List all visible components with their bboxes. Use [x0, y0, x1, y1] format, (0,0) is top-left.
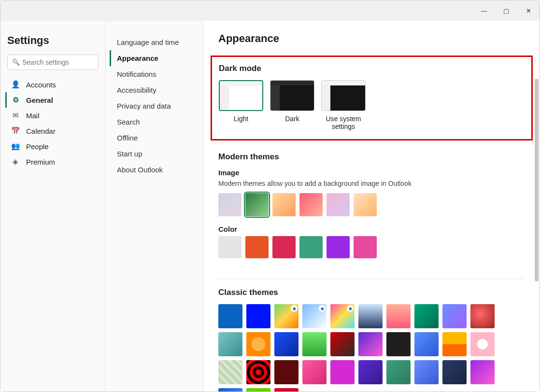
classic-theme-tile[interactable] [358, 360, 383, 384]
classic-theme-tile[interactable] [414, 332, 439, 356]
sidebar-item-label: Calendar [26, 127, 56, 135]
classic-theme-tile[interactable] [358, 332, 383, 356]
secondary-sidebar: Language and timeAppearanceNotifications… [106, 21, 203, 392]
classic-themes-grid: ★★★ [218, 304, 518, 392]
classic-theme-tile[interactable] [246, 332, 270, 356]
secondary-nav: Language and timeAppearanceNotifications… [110, 34, 199, 178]
classic-theme-tile[interactable] [358, 304, 383, 328]
subnav-item-search[interactable]: Search [110, 114, 199, 130]
divider [218, 279, 525, 279]
mode-label: Light [219, 115, 263, 123]
sidebar-item-mail[interactable]: ✉Mail [5, 108, 100, 123]
mode-label: Dark [270, 115, 314, 123]
sidebar-item-calendar[interactable]: 📅Calendar [5, 123, 100, 139]
subnav-item-accessibility[interactable]: Accessibility [110, 82, 199, 98]
mail-icon: ✉ [11, 111, 20, 120]
classic-theme-tile[interactable] [246, 304, 270, 328]
classic-theme-tile[interactable] [470, 332, 495, 356]
mode-preview [321, 80, 366, 111]
classic-theme-tile[interactable] [246, 388, 270, 392]
classic-theme-tile[interactable] [330, 332, 355, 356]
general-icon: ⚙ [11, 96, 20, 104]
dark-mode-option-dark[interactable]: Dark [270, 80, 314, 130]
theme-image-img3[interactable] [272, 193, 296, 216]
primary-nav: 👤Accounts⚙General✉Mail📅Calendar👥People◈P… [5, 77, 100, 169]
search-wrap: 🔍 [7, 55, 99, 70]
sidebar-item-label: General [26, 96, 53, 104]
classic-theme-tile[interactable] [274, 332, 298, 356]
classic-theme-tile[interactable] [414, 304, 439, 328]
classic-theme-tile[interactable]: ★ [274, 304, 298, 328]
theme-color-c-green[interactable] [299, 236, 323, 258]
settings-window: — ▢ ✕ Settings 🔍 👤Accounts⚙General✉Mail📅… [0, 0, 540, 392]
sidebar-item-label: People [26, 142, 49, 151]
window-minimize-button[interactable]: — [473, 0, 495, 21]
classic-theme-tile[interactable] [274, 360, 298, 384]
subnav-item-appearance[interactable]: Appearance [110, 50, 199, 66]
theme-color-c-purple[interactable] [327, 236, 350, 258]
theme-image-img1[interactable] [218, 193, 242, 216]
theme-image-img5[interactable] [327, 193, 350, 216]
search-input[interactable] [7, 55, 99, 70]
sidebar-item-people[interactable]: 👥People [5, 139, 100, 154]
sidebar-item-general[interactable]: ⚙General [5, 92, 100, 108]
theme-color-c-none[interactable] [218, 236, 242, 258]
subnav-item-offline[interactable]: Offline [110, 130, 199, 146]
classic-theme-tile[interactable] [470, 304, 495, 328]
classic-theme-tile[interactable] [218, 360, 242, 384]
classic-theme-tile[interactable] [442, 332, 467, 356]
theme-image-img2[interactable] [245, 193, 269, 216]
scrollbar-track[interactable] [533, 21, 540, 392]
classic-theme-tile[interactable] [386, 304, 411, 328]
classic-theme-tile[interactable] [330, 360, 355, 384]
subnav-item-startup[interactable]: Start up [110, 146, 199, 162]
accounts-icon: 👤 [11, 80, 20, 89]
classic-theme-tile[interactable] [302, 332, 327, 356]
dark-mode-section: Dark mode LightDarkUse system settings [211, 56, 533, 140]
classic-theme-tile[interactable] [274, 388, 298, 392]
calendar-icon: 📅 [11, 126, 20, 135]
classic-theme-tile[interactable] [218, 388, 242, 392]
modern-themes-section: Modern themes Image Modern themes allow … [218, 144, 525, 270]
classic-theme-tile[interactable] [386, 360, 411, 384]
classic-theme-tile[interactable] [218, 304, 242, 328]
classic-theme-tile[interactable] [442, 304, 467, 328]
classic-theme-tile[interactable] [442, 360, 467, 384]
classic-theme-tile[interactable] [386, 332, 411, 356]
image-subheading: Image [218, 168, 525, 177]
classic-theme-tile[interactable] [218, 332, 242, 356]
subnav-item-privacy-data[interactable]: Privacy and data [110, 98, 199, 114]
sidebar-item-premium[interactable]: ◈Premium [5, 154, 100, 169]
classic-theme-tile[interactable] [246, 360, 270, 384]
subnav-item-language-time[interactable]: Language and time [110, 34, 199, 50]
window-close-button[interactable]: ✕ [517, 0, 540, 21]
theme-color-c-pink[interactable] [354, 236, 377, 258]
premium-badge-icon: ★ [319, 305, 326, 312]
theme-image-img4[interactable] [299, 193, 323, 216]
theme-image-img6[interactable] [354, 193, 377, 216]
mode-preview [219, 80, 263, 111]
settings-heading: Settings [7, 34, 95, 47]
window-maximize-button[interactable]: ▢ [495, 0, 517, 21]
people-icon: 👥 [11, 142, 20, 151]
premium-badge-icon: ★ [347, 305, 354, 312]
dark-mode-option-light[interactable]: Light [219, 80, 263, 130]
classic-theme-tile[interactable] [470, 360, 495, 384]
premium-icon: ◈ [11, 157, 20, 166]
theme-color-c-red[interactable] [272, 236, 296, 258]
subnav-item-about[interactable]: About Outlook [110, 162, 199, 178]
theme-color-c-orange[interactable] [245, 236, 269, 258]
dark-mode-option-system[interactable]: Use system settings [321, 80, 366, 130]
classic-theme-tile[interactable]: ★ [302, 304, 327, 328]
classic-themes-heading: Classic themes [218, 288, 525, 297]
theme-color-row [218, 236, 525, 258]
main-panel[interactable]: Appearance Dark mode LightDarkUse system… [203, 21, 540, 392]
scrollbar-thumb[interactable] [535, 79, 539, 281]
classic-theme-tile[interactable] [302, 360, 327, 384]
sidebar-item-accounts[interactable]: 👤Accounts [5, 77, 100, 92]
dark-mode-heading: Dark mode [219, 64, 525, 73]
subnav-item-notifications[interactable]: Notifications [110, 66, 199, 82]
mode-preview [270, 80, 314, 111]
classic-theme-tile[interactable] [414, 360, 439, 384]
classic-theme-tile[interactable]: ★ [330, 304, 355, 328]
